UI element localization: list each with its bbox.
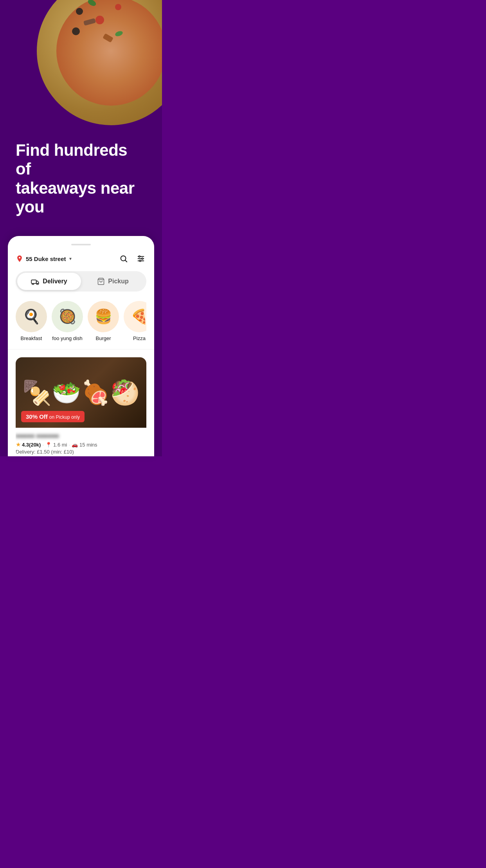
rating: ★ 4.3(20k) bbox=[16, 441, 41, 448]
category-label-burger: Burger bbox=[95, 335, 111, 341]
burger-image: 🍔 bbox=[88, 301, 119, 332]
restaurant-name: ●●●●● ●●●●●● bbox=[16, 432, 59, 439]
svg-point-9 bbox=[32, 284, 34, 285]
time-item: 🚗 15 mins bbox=[72, 442, 97, 448]
svg-point-5 bbox=[139, 256, 140, 258]
tagline-section: Find hundreds of takeaways near you bbox=[0, 125, 162, 236]
app-card: 55 Duke street ▾ bbox=[8, 236, 154, 456]
search-button[interactable] bbox=[118, 253, 129, 264]
distance-icon: 📍 bbox=[45, 442, 52, 448]
pizza-decoration bbox=[37, 0, 162, 125]
category-label-fooyung: foo yung dish bbox=[52, 335, 82, 341]
delivery-detail: Delivery: £1.50 (min: £10) bbox=[16, 449, 74, 455]
pizza-inner bbox=[56, 0, 162, 106]
card-handle bbox=[71, 244, 91, 245]
discount-badge: 30% Offon Pickup only bbox=[21, 411, 85, 422]
pickup-label: Pickup bbox=[108, 278, 128, 285]
restaurant-image: 🍢🥗🍖🥙 30% Offon Pickup only bbox=[16, 357, 146, 428]
svg-rect-8 bbox=[31, 280, 36, 284]
search-icon bbox=[119, 254, 128, 263]
distance-value: 1.6 mi bbox=[53, 442, 67, 448]
category-item-breakfast[interactable]: 🍳 Breakfast bbox=[16, 301, 47, 341]
restaurant-meta: ★ 4.3(20k) · 📍 1.6 mi · 🚗 15 mins bbox=[16, 441, 146, 448]
pickup-tab[interactable]: Pickup bbox=[81, 273, 145, 290]
location-pin-icon bbox=[16, 255, 23, 263]
delivery-icon bbox=[31, 278, 40, 285]
svg-point-7 bbox=[139, 260, 141, 262]
pickup-icon bbox=[97, 277, 105, 285]
discount-amount: 30% Off bbox=[26, 413, 48, 420]
category-item-burger[interactable]: 🍔 Burger bbox=[88, 301, 119, 341]
page-wrapper: Find hundreds of takeaways near you 55 D… bbox=[0, 0, 162, 456]
distance-item: 📍 1.6 mi bbox=[45, 442, 67, 448]
hero-section bbox=[0, 0, 162, 125]
delivery-pickup-toggle: Delivery Pickup bbox=[16, 271, 146, 292]
separator-1: · bbox=[42, 442, 44, 448]
category-item-pizza[interactable]: 🍕 Pizza bbox=[124, 301, 146, 341]
category-label-breakfast: Breakfast bbox=[21, 335, 42, 341]
delivery-tab[interactable]: Delivery bbox=[17, 273, 81, 290]
time-icon: 🚗 bbox=[72, 442, 78, 448]
time-value: 15 mins bbox=[79, 442, 97, 448]
filter-icon bbox=[137, 254, 145, 263]
divider bbox=[8, 349, 154, 349]
restaurant-card[interactable]: 🍢🥗🍖🥙 30% Offon Pickup only ●●●●● ●●●●●● … bbox=[16, 357, 146, 456]
svg-point-6 bbox=[142, 258, 143, 259]
pizza-image-cat: 🍕 bbox=[124, 301, 146, 332]
svg-line-1 bbox=[125, 260, 127, 262]
discount-condition: on Pickup only bbox=[49, 414, 80, 420]
category-label-pizza: Pizza bbox=[133, 335, 146, 341]
filter-button[interactable] bbox=[135, 253, 146, 264]
restaurant-info: ●●●●● ●●●●●● ★ 4.3(20k) · 📍 1.6 mi · 🚗 bbox=[16, 428, 146, 456]
fooyung-image: 🥘 bbox=[52, 301, 83, 332]
separator-2: · bbox=[68, 442, 70, 448]
delivery-info: Delivery: £1.50 (min: £10) bbox=[16, 449, 146, 455]
category-list: 🍳 Breakfast 🥘 foo yung dish 🍔 Burger 🍕 P… bbox=[16, 301, 146, 341]
breakfast-image: 🍳 bbox=[16, 301, 47, 332]
header-icons bbox=[118, 253, 146, 264]
delivery-label: Delivery bbox=[43, 278, 67, 285]
chevron-down-icon: ▾ bbox=[69, 256, 72, 261]
category-item-fooyung[interactable]: 🥘 foo yung dish bbox=[52, 301, 83, 341]
star-icon: ★ bbox=[16, 441, 21, 448]
location-selector[interactable]: 55 Duke street ▾ bbox=[16, 255, 72, 263]
location-text: 55 Duke street bbox=[26, 256, 66, 262]
rating-value: 4.3(20k) bbox=[22, 442, 41, 448]
tagline-heading: Find hundreds of takeaways near you bbox=[16, 141, 146, 216]
svg-point-10 bbox=[37, 284, 38, 285]
header-bar: 55 Duke street ▾ bbox=[16, 253, 146, 264]
